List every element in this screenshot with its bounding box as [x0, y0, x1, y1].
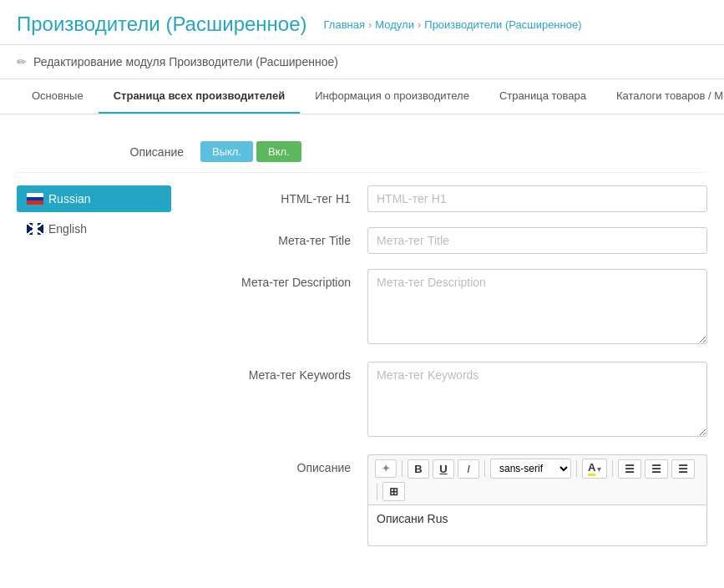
label-h1: HTML-тег H1	[184, 185, 367, 205]
field-row-desc: Мета-тег Description	[184, 269, 707, 347]
toolbar-font-select[interactable]: sans-serif serif monospace	[490, 459, 571, 479]
breadcrumb-sep2: ›	[418, 18, 421, 31]
input-h1-wrapper	[367, 185, 707, 212]
textarea-keywords[interactable]	[367, 362, 707, 437]
toolbar-list-ul-button[interactable]: ☰	[618, 459, 641, 479]
toolbar-bold-button[interactable]: B	[408, 459, 429, 479]
field-row-keywords: Мета-тег Keywords	[184, 362, 707, 439]
editor-text: Описани Rus	[377, 512, 448, 525]
toolbar-sep-3	[576, 460, 577, 477]
toolbar-color-button[interactable]: A ▾	[582, 459, 607, 479]
tab-osnov[interactable]: Основные	[17, 79, 99, 114]
tab-allprod[interactable]: Страница всех производителей	[99, 79, 301, 114]
breadcrumb-current: Производители (Расширенное)	[424, 18, 581, 31]
pencil-icon: ✏	[17, 55, 27, 68]
toolbar-italic-button[interactable]: I	[458, 459, 479, 479]
lang-label-russian: Russian	[48, 192, 91, 205]
toolbar-underline-button[interactable]: U	[433, 459, 454, 479]
toggle-off-button[interactable]: Выкл.	[200, 141, 253, 162]
toolbar-sep-1	[402, 460, 403, 477]
field-row-editor: Описание ✦ B U I sans-serif serif monosp	[184, 454, 707, 546]
breadcrumb-home[interactable]: Главная	[324, 18, 365, 31]
color-arrow-icon: ▾	[597, 464, 601, 474]
description-label: Описание	[17, 145, 200, 159]
editor-wrapper: ✦ B U I sans-serif serif monospace	[367, 454, 707, 546]
toolbar-sep-2	[484, 460, 485, 477]
tab-info[interactable]: Информация о производителе	[300, 79, 484, 114]
input-title-wrapper	[367, 227, 707, 254]
input-title[interactable]	[367, 227, 707, 254]
fields-area: HTML-тег H1 Мета-тег Title Мета-тег Desc…	[184, 185, 707, 561]
toolbar-table-button[interactable]: ⊞	[382, 482, 405, 501]
label-editor: Описание	[184, 454, 367, 474]
tab-tovar[interactable]: Страница товара	[484, 79, 601, 114]
toggle-on-button[interactable]: Вкл.	[256, 141, 301, 162]
toolbar-magic-button[interactable]: ✦	[375, 459, 397, 478]
lang-item-russian[interactable]: Russian	[17, 185, 171, 212]
tab-katalog[interactable]: Каталоги товаров / Модули	[601, 79, 724, 114]
toolbar-align-button[interactable]: ☰	[671, 459, 695, 479]
main-content: Russian English HTML-тег H1 Мета-тег Tit…	[17, 173, 707, 574]
page-title: Производители (Расширенное)	[17, 13, 307, 36]
content-area: Описание Выкл. Вкл. Russian English HTML…	[0, 114, 724, 588]
textarea-desc[interactable]	[367, 269, 707, 344]
lang-label-english: English	[48, 222, 87, 236]
color-a-label: A	[588, 461, 595, 476]
input-h1[interactable]	[367, 185, 707, 212]
field-row-h1: HTML-тег H1	[184, 185, 707, 212]
label-title: Мета-тег Title	[184, 227, 367, 247]
toolbar-sep-4	[612, 460, 613, 477]
textarea-keywords-wrapper	[367, 362, 707, 439]
tabs-container: Основные Страница всех производителей Ин…	[0, 79, 724, 114]
lang-item-english[interactable]: English	[17, 215, 171, 242]
toolbar-sep-5	[377, 484, 377, 500]
label-desc: Мета-тег Description	[184, 269, 367, 289]
breadcrumb-modules[interactable]: Модули	[375, 18, 414, 31]
module-header: ✏ Редактирование модуля Производители (Р…	[0, 45, 724, 79]
breadcrumb: Главная › Модули › Производители (Расшир…	[324, 18, 582, 31]
description-row: Описание Выкл. Вкл.	[17, 131, 707, 173]
breadcrumb-sep1: ›	[368, 18, 372, 31]
flag-russian	[27, 193, 43, 205]
textarea-desc-wrapper	[367, 269, 707, 347]
page-header: Производители (Расширенное) Главная › Мо…	[0, 0, 724, 45]
toolbar-list-ol-button[interactable]: ☰	[645, 459, 668, 479]
editor-toolbar: ✦ B U I sans-serif serif monospace	[367, 454, 707, 504]
field-row-title: Мета-тег Title	[184, 227, 707, 254]
label-keywords: Мета-тег Keywords	[184, 362, 367, 382]
flag-english	[27, 223, 43, 235]
module-header-text: Редактирование модуля Производители (Рас…	[33, 55, 338, 68]
lang-sidebar: Russian English	[17, 185, 184, 561]
toggle-group: Выкл. Вкл.	[200, 141, 301, 162]
editor-content[interactable]: Описани Rus	[367, 504, 707, 546]
